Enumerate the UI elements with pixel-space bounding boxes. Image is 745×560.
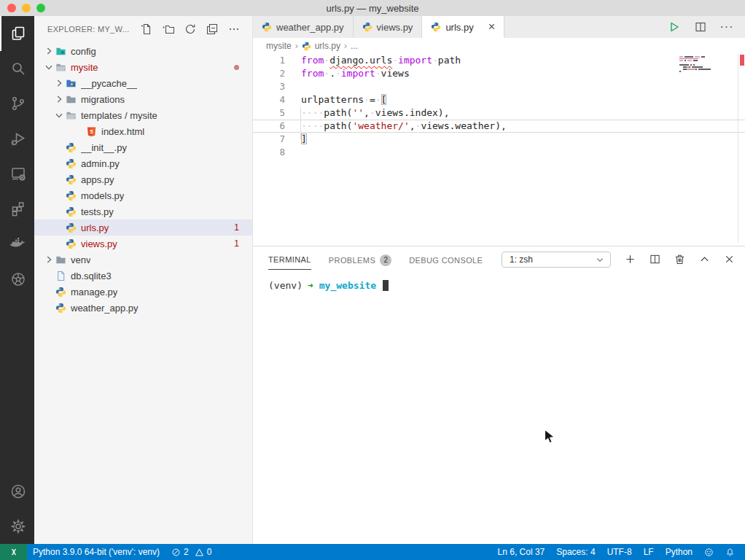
breadcrumb-item[interactable]: urls.py <box>315 41 340 51</box>
status-label: LF <box>644 547 654 557</box>
chevron-down-icon[interactable] <box>43 61 55 73</box>
code-line-7[interactable]: 7] <box>253 133 745 146</box>
explorer-title: EXPLORER: MY_W... <box>47 25 130 34</box>
problems-status[interactable]: 20 <box>165 547 217 557</box>
minimap-line <box>679 62 735 63</box>
breadcrumb-item[interactable]: ... <box>351 41 358 51</box>
remote-indicator[interactable] <box>0 544 27 560</box>
minimap-border <box>738 54 738 243</box>
close-tab-icon[interactable]: × <box>488 21 495 33</box>
minimize-window-button[interactable] <box>22 4 31 12</box>
activity-item-remote-explorer[interactable] <box>0 156 34 191</box>
tab-label: weather_app.py <box>276 22 344 33</box>
tree-item-manage-py[interactable]: manage.py <box>34 284 252 300</box>
line-number[interactable]: 3 <box>253 80 285 93</box>
tree-item-views-py[interactable]: views.py1 <box>34 236 252 252</box>
panel-tab-terminal[interactable]: TERMINAL <box>268 249 311 270</box>
code-editor[interactable]: 1from·django.urls·import·path2from·.·imp… <box>253 54 745 246</box>
python-interpreter-status[interactable]: Python 3.9.0 64-bit ('venv': venv) <box>27 547 165 557</box>
warning-count: 0 <box>207 547 212 557</box>
code-line-2[interactable]: 2from·.·import·views <box>253 67 745 80</box>
chevron-right-icon[interactable] <box>53 93 65 105</box>
zoom-window-button[interactable] <box>36 4 45 12</box>
activity-item-account[interactable] <box>0 474 34 509</box>
tree-item-pycache[interactable]: __pycache__ <box>34 75 252 91</box>
python-icon <box>431 22 441 32</box>
encoding-status[interactable]: UTF-8 <box>601 547 638 557</box>
tree-item-templates-mysite[interactable]: templates / mysite <box>34 107 252 123</box>
split-terminal-button[interactable] <box>647 252 662 267</box>
run-button[interactable] <box>668 20 681 34</box>
remote-icon <box>9 547 19 557</box>
activity-item-source-control[interactable] <box>0 86 34 121</box>
code-line-8[interactable]: 8 <box>253 146 745 159</box>
tree-item-tests-py[interactable]: tests.py <box>34 203 252 219</box>
line-number[interactable]: 7 <box>253 133 285 146</box>
activity-item-explorer[interactable] <box>0 16 34 51</box>
chevron-right-icon[interactable] <box>43 254 55 265</box>
tree-item-init-py[interactable]: __init__.py <box>34 139 252 155</box>
tree-item-models-py[interactable]: models.py <box>34 187 252 203</box>
breadcrumb-item[interactable]: mysite <box>266 41 292 51</box>
close-panel-button[interactable] <box>722 252 736 267</box>
code-line-5[interactable]: 5····path('',·views.index), <box>253 106 745 120</box>
tree-item-db-sqlite3[interactable]: db.sqlite3 <box>34 268 252 284</box>
new-file-button[interactable] <box>140 23 153 36</box>
tree-item-venv[interactable]: venv <box>34 252 252 268</box>
tree-item-index-html[interactable]: 5index.html <box>34 123 252 139</box>
line-number[interactable]: 4 <box>253 93 285 106</box>
line-number[interactable]: 5 <box>253 106 285 120</box>
activity-item-search[interactable] <box>0 51 34 86</box>
collapse-all-button[interactable] <box>206 23 219 36</box>
tab-views-py[interactable]: views.py <box>354 16 423 38</box>
code-line-1[interactable]: 1from·django.urls·import·path <box>253 54 745 67</box>
kill-terminal-button[interactable] <box>672 252 687 267</box>
activity-item-kubernetes[interactable] <box>0 261 34 296</box>
code-line-6[interactable]: 6····path('weather/',·views.weather), <box>253 120 745 133</box>
tree-item-weather-app-py[interactable]: weather_app.py <box>34 300 252 316</box>
new-terminal-button[interactable] <box>623 252 637 267</box>
code-line-3[interactable]: 3 <box>253 80 745 93</box>
tree-item-config[interactable]: config <box>34 43 252 59</box>
tree-item-apps-py[interactable]: apps.py <box>34 171 252 187</box>
close-window-button[interactable] <box>7 4 16 12</box>
chevron-right-icon[interactable] <box>43 45 55 57</box>
tree-item-urls-py[interactable]: urls.py1 <box>34 219 252 236</box>
refresh-button[interactable] <box>184 23 197 36</box>
tab-urls-py[interactable]: urls.py× <box>422 16 504 38</box>
terminal[interactable]: (venv)➜my_website <box>253 272 745 544</box>
line-number[interactable]: 8 <box>253 146 285 159</box>
activity-item-extensions[interactable] <box>0 191 34 226</box>
split-editor-button[interactable] <box>694 20 707 34</box>
tree-item-migrations[interactable]: migrations <box>34 91 252 107</box>
eol-status[interactable]: LF <box>638 547 660 557</box>
activity-item-run-debug[interactable] <box>0 121 34 156</box>
line-number[interactable]: 1 <box>253 54 285 67</box>
tree-item-mysite[interactable]: mysite <box>34 59 252 75</box>
more-button[interactable]: ··· <box>720 20 733 34</box>
chevron-spacer <box>43 286 55 298</box>
tree-item-label: __init__.py <box>81 142 127 153</box>
chevron-right-icon[interactable] <box>53 77 65 89</box>
code-line-4[interactable]: 4urlpatterns·=·[ <box>253 93 745 106</box>
line-number[interactable]: 6 <box>253 120 285 133</box>
panel-tab-debug-console[interactable]: DEBUG CONSOLE <box>409 249 483 270</box>
more-button[interactable] <box>227 23 241 36</box>
minimap[interactable] <box>679 56 735 75</box>
tree-item-admin-py[interactable]: admin.py <box>34 155 252 171</box>
tab-weather-app-py[interactable]: weather_app.py <box>253 16 354 38</box>
feedback-status[interactable] <box>698 548 719 557</box>
refresh-icon <box>184 23 196 35</box>
panel-tab-problems[interactable]: PROBLEMS2 <box>329 248 391 271</box>
language-mode-status[interactable]: Python <box>660 547 698 557</box>
cursor-position-status[interactable]: Ln 6, Col 37 <box>492 547 551 557</box>
new-folder-button[interactable] <box>162 23 175 36</box>
activity-item-settings[interactable] <box>0 509 34 544</box>
terminal-shell-select[interactable]: 1: zsh <box>502 252 611 268</box>
indentation-status[interactable]: Spaces: 4 <box>550 547 601 557</box>
activity-item-docker[interactable] <box>0 226 34 261</box>
chevron-down-icon[interactable] <box>53 109 65 121</box>
maximize-panel-button[interactable] <box>697 252 711 267</box>
line-number[interactable]: 2 <box>253 67 285 80</box>
notifications-status[interactable] <box>719 548 741 557</box>
